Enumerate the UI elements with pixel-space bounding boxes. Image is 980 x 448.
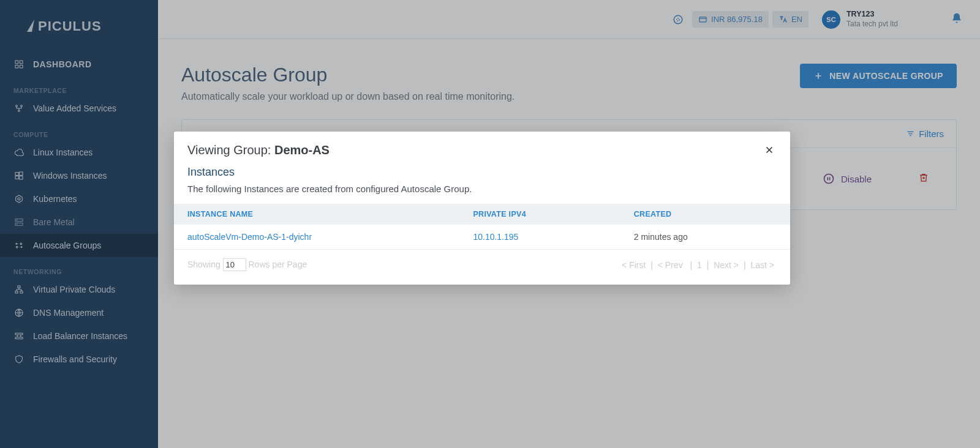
first-page[interactable]: < First xyxy=(622,260,646,270)
rows-per-page-input[interactable] xyxy=(223,258,246,271)
modal-overlay: Viewing Group: Demo-AS Instances The fol… xyxy=(0,0,980,448)
close-icon xyxy=(764,144,775,155)
modal-title: Viewing Group: Demo-AS xyxy=(187,143,330,157)
col-instance-name: INSTANCE NAME xyxy=(187,210,473,218)
close-button[interactable] xyxy=(762,143,777,157)
col-created: CREATED xyxy=(634,210,777,218)
current-page: 1 xyxy=(697,260,702,270)
next-page[interactable]: Next > xyxy=(714,260,739,270)
rows-label: Rows per Page xyxy=(248,259,307,269)
table-header: INSTANCE NAME PRIVATE IPV4 CREATED xyxy=(174,204,790,225)
paginator: < First | < Prev | 1 | Next > | Last > xyxy=(619,260,777,270)
modal-section-desc: The following Instances are created from… xyxy=(187,184,777,194)
modal-section-title: Instances xyxy=(187,166,777,179)
last-page[interactable]: Last > xyxy=(750,260,774,270)
rows-per-page: Showing Rows per Page xyxy=(187,258,307,271)
instance-created: 2 minutes ago xyxy=(634,232,777,242)
showing-label: Showing xyxy=(187,259,221,269)
col-private-ip: PRIVATE IPV4 xyxy=(473,210,633,218)
table-row: autoScaleVm-Demo-AS-1-dyichr 10.10.1.195… xyxy=(174,225,790,250)
modal-title-prefix: Viewing Group: xyxy=(187,143,274,157)
modal-group-name: Demo-AS xyxy=(274,143,330,157)
instance-name-link[interactable]: autoScaleVm-Demo-AS-1-dyichr xyxy=(187,232,473,242)
prev-page[interactable]: < Prev xyxy=(658,260,683,270)
viewing-group-modal: Viewing Group: Demo-AS Instances The fol… xyxy=(174,132,790,285)
instance-ip-link[interactable]: 10.10.1.195 xyxy=(473,232,633,242)
